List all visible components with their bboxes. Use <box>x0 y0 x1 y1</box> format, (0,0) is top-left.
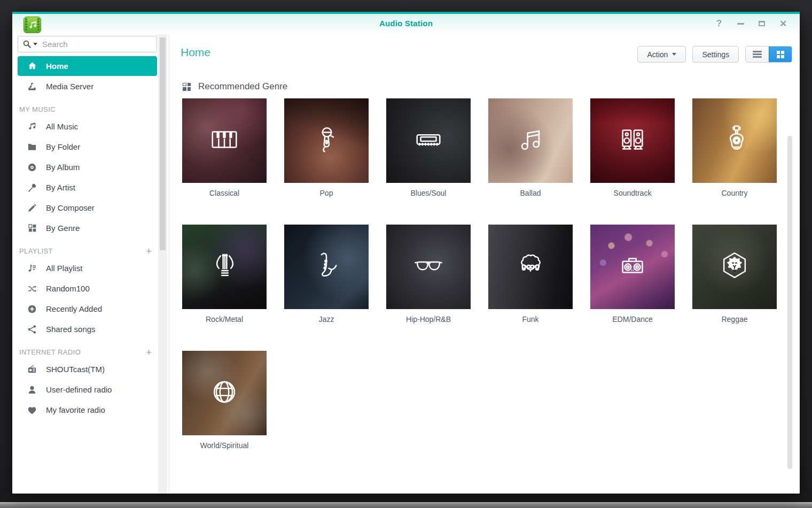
search-icon <box>22 40 32 49</box>
pencil-icon <box>27 203 37 213</box>
sidebar-item-all-music[interactable]: All Music <box>18 117 157 136</box>
genre-tile-soundtrack[interactable]: Soundtrack <box>590 98 675 197</box>
genre-label: Pop <box>284 189 369 197</box>
sidebar-item-label: Recently Added <box>46 304 102 313</box>
add-playlist-button[interactable]: + <box>144 248 154 255</box>
help-button[interactable]: ? <box>712 17 726 30</box>
section-header-my-music: MY MUSIC <box>19 105 154 113</box>
mic-handheld-icon <box>310 123 343 158</box>
genre-tile-edm-dance[interactable]: EDM/Dance <box>590 225 675 324</box>
playlist-icon <box>27 263 37 274</box>
genre-label: Hip-Hop/R&B <box>386 315 471 324</box>
genre-tile-pop[interactable]: Pop <box>284 98 369 197</box>
person-icon <box>27 384 37 395</box>
genre-tile-funk[interactable]: Funk <box>488 225 573 324</box>
search-box[interactable] <box>18 36 157 52</box>
genre-artwork <box>284 98 369 183</box>
lion-icon <box>718 249 751 284</box>
genre-artwork <box>182 225 267 309</box>
genre-label: Rock/Metal <box>182 315 267 324</box>
sidebar-item-recently-added[interactable]: Recently Added <box>18 299 157 319</box>
maximize-button[interactable] <box>755 17 769 30</box>
sidebar-item-random100[interactable]: Random100 <box>18 279 157 298</box>
electric-guitar-icon <box>208 249 241 284</box>
beamed-notes-icon <box>514 123 547 158</box>
search-input[interactable] <box>41 39 152 49</box>
section-title: PLAYLIST <box>19 247 144 255</box>
grid-view-icon <box>777 51 784 58</box>
globe-icon <box>208 375 241 411</box>
section-title: MY MUSIC <box>19 105 154 113</box>
sidebar-item-label: By Album <box>46 163 80 172</box>
sidebar-item-label: All Music <box>46 122 78 131</box>
main-panel: Home Action Settings Recommended Genre <box>169 34 800 494</box>
genre-tile-blues-soul[interactable]: Blues/Soul <box>386 98 471 197</box>
minimize-button[interactable] <box>733 17 747 30</box>
add-internet-radio-button[interactable]: + <box>144 349 154 356</box>
microphone-icon <box>27 182 37 193</box>
action-button[interactable]: Action <box>637 46 686 63</box>
section-header-playlist: PLAYLIST + <box>19 247 154 255</box>
sidebar-item-home[interactable]: Home <box>18 56 157 76</box>
sidebar-nav: Home Media Server MY MUSIC All Music By … <box>12 56 158 420</box>
sidebar-scrollbar-thumb[interactable] <box>160 37 166 250</box>
settings-button[interactable]: Settings <box>692 46 739 63</box>
sidebar-item-label: SHOUTcast(TM) <box>46 365 105 374</box>
genre-tile-classical[interactable]: Classical <box>182 98 267 197</box>
sidebar-item-by-album[interactable]: By Album <box>18 157 157 177</box>
section-title: Recommended Genre <box>198 81 287 92</box>
taskbar-sliver <box>0 502 812 508</box>
radio-icon <box>27 364 37 375</box>
genre-artwork <box>488 98 573 183</box>
list-view-button[interactable] <box>746 47 769 62</box>
sidebar-item-label: Media Server <box>46 82 93 91</box>
genre-tile-reggae[interactable]: Reggae <box>692 225 777 324</box>
sidebar-item-label: By Genre <box>46 224 80 233</box>
sidebar-item-user-defined-radio[interactable]: User-defined radio <box>18 380 157 399</box>
sidebar: Home Media Server MY MUSIC All Music By … <box>12 34 158 494</box>
genre-artwork <box>284 225 369 309</box>
grid-view-button[interactable] <box>769 47 792 62</box>
sidebar-item-all-playlist[interactable]: All Playlist <box>18 258 157 278</box>
genre-tile-world-spiritual[interactable]: World/Spiritual <box>182 351 267 450</box>
main-scrollbar-thumb[interactable] <box>787 136 792 469</box>
sidebar-item-my-favorite-radio[interactable]: My favorite radio <box>18 400 157 420</box>
search-scope-caret-icon[interactable] <box>33 43 37 45</box>
genre-label: Soundtrack <box>590 189 675 197</box>
sidebar-item-by-folder[interactable]: By Folder <box>18 137 157 157</box>
toolbar: Action Settings <box>637 46 792 63</box>
boombox-icon <box>616 249 649 284</box>
genre-tile-rock-metal[interactable]: Rock/Metal <box>182 225 267 324</box>
sidebar-item-label: Random100 <box>46 284 90 293</box>
sidebar-scrollbar[interactable] <box>158 34 167 494</box>
genre-tile-country[interactable]: Country <box>692 98 777 197</box>
media-server-icon <box>27 81 37 92</box>
genre-tile-hip-hop-rb[interactable]: Hip-Hop/R&B <box>386 225 471 324</box>
genre-artwork <box>386 98 471 183</box>
genre-grid-icon <box>27 223 37 234</box>
genre-artwork <box>488 225 573 309</box>
list-view-icon <box>753 51 762 58</box>
home-icon <box>27 61 37 72</box>
plus-circle-icon <box>27 304 37 314</box>
sidebar-item-by-composer[interactable]: By Composer <box>18 198 157 218</box>
heart-icon <box>27 405 37 415</box>
sidebar-item-label: Shared songs <box>46 325 96 334</box>
genre-artwork <box>182 98 267 183</box>
genre-tile-jazz[interactable]: Jazz <box>284 225 369 324</box>
genre-label: World/Spiritual <box>182 441 267 450</box>
genre-section-icon <box>183 83 191 91</box>
sidebar-item-label: By Folder <box>46 142 80 151</box>
sidebar-item-shared-songs[interactable]: Shared songs <box>18 319 157 339</box>
close-button[interactable]: ✕ <box>776 17 790 30</box>
disc-icon <box>27 162 37 173</box>
window-controls: ? ✕ <box>712 17 790 30</box>
sidebar-item-media-server[interactable]: Media Server <box>18 76 157 96</box>
titlebar: Audio Station ? ✕ <box>12 12 800 34</box>
acoustic-guitar-icon <box>718 123 751 158</box>
section-title: INTERNET RADIO <box>19 348 144 356</box>
sidebar-item-by-artist[interactable]: By Artist <box>18 178 157 197</box>
genre-tile-ballad[interactable]: Ballad <box>488 98 573 197</box>
sidebar-item-shoutcast[interactable]: SHOUTcast(TM) <box>18 359 157 379</box>
sidebar-item-by-genre[interactable]: By Genre <box>18 218 157 238</box>
